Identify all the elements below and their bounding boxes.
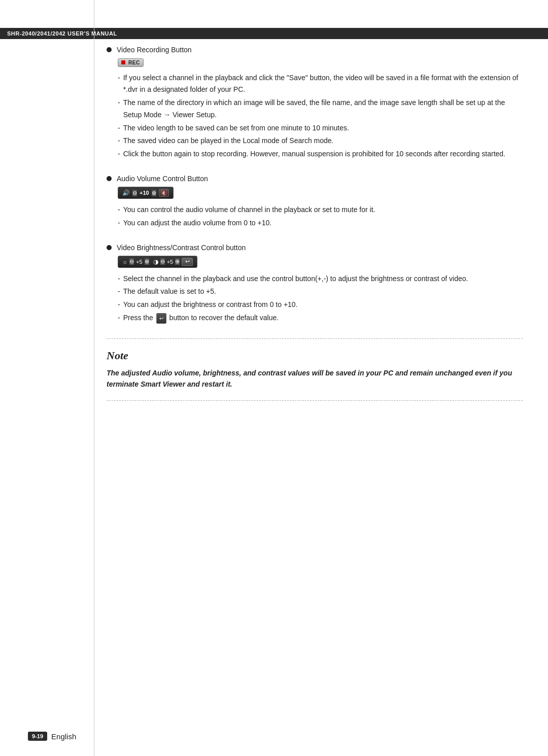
mute-icon: 🔇	[159, 189, 169, 197]
bright-item-2: The default value is set to +5.	[123, 286, 523, 298]
top-divider	[107, 338, 523, 339]
contrast-minus-icon: ⊖	[160, 258, 165, 265]
list-item: - Select the channel in the playback and…	[118, 273, 523, 285]
rec-dot-icon	[121, 60, 125, 64]
brightness-contrast-header: Video Brightness/Contrast Control button	[107, 244, 523, 252]
audio-item-1: You can control the audio volume of chan…	[123, 204, 523, 216]
audio-volume-list: - You can control the audio volume of ch…	[118, 204, 523, 229]
list-item: - You can adjust the audio volume from 0…	[118, 217, 523, 229]
page-wrapper: SHR-2040/2041/2042 USER'S MANUAL Video R…	[0, 0, 548, 756]
rec-button-image: REC	[118, 58, 144, 67]
minus-circle-icon: ⊖	[132, 190, 137, 196]
list-item: - The name of the directory in which an …	[118, 97, 523, 121]
bright-item-3: You can adjust the brightness or contras…	[123, 299, 523, 311]
bottom-divider	[107, 400, 523, 401]
list-item: - You can control the audio volume of ch…	[118, 204, 523, 216]
video-rec-item-1: If you select a channel in the playback …	[123, 72, 523, 96]
contrast-icon: ◑	[153, 258, 158, 265]
contrast-plus-icon: ⊕	[175, 258, 180, 265]
audio-volume-header: Audio Volume Control Button	[107, 175, 523, 183]
brightness-contrast-section: Video Brightness/Contrast Control button…	[107, 244, 523, 324]
audio-volume-title: Audio Volume Control Button	[117, 175, 208, 183]
bright-item-4: Press the ↩ button to recover the defaul…	[123, 312, 523, 324]
video-rec-item-3: The video length to be saved can be set …	[123, 122, 523, 134]
list-item: - Click the button again to stop recordi…	[118, 148, 523, 160]
list-item: - Press the ↩ button to recover the defa…	[118, 312, 523, 324]
inline-reset-button: ↩	[156, 313, 166, 324]
brightness-contrast-title: Video Brightness/Contrast Control button	[117, 244, 246, 252]
audio-item-2: You can adjust the audio volume from 0 t…	[123, 217, 523, 229]
sidebar-line	[94, 0, 94, 756]
brightness-sun-icon: ☼	[122, 259, 127, 265]
footer: 9-19 English	[28, 732, 76, 741]
video-rec-item-4: The saved video can be played in the Loc…	[123, 135, 523, 147]
main-content: Video Recording Button REC - If you sele…	[107, 46, 523, 715]
header-title: SHR-2040/2041/2042 USER'S MANUAL	[7, 30, 117, 37]
note-section: Note The adjusted Audio volume, brightne…	[107, 349, 523, 390]
plus-circle-icon: ⊕	[152, 190, 156, 196]
video-rec-item-5: Click the button again to stop recording…	[123, 148, 523, 160]
bullet-dot	[107, 245, 112, 250]
audio-value: +10	[140, 190, 149, 196]
list-item: - The default value is set to +5.	[118, 286, 523, 298]
brightness-contrast-list: - Select the channel in the playback and…	[118, 273, 523, 324]
video-recording-title: Video Recording Button	[117, 46, 192, 54]
note-text: The adjusted Audio volume, brightness, a…	[107, 367, 523, 390]
audio-button-image: 🔊 ⊖ +10 ⊕ 🔇	[118, 187, 174, 199]
bright-minus-icon: ⊖	[129, 258, 134, 265]
header-bar: SHR-2040/2041/2042 USER'S MANUAL	[0, 28, 548, 39]
footer-language: English	[51, 732, 76, 741]
audio-volume-section: Audio Volume Control Button 🔊 ⊖ +10 ⊕ 🔇 …	[107, 175, 523, 229]
bright-value: +5	[136, 259, 143, 265]
list-item: - The saved video can be played in the L…	[118, 135, 523, 147]
video-recording-list: - If you select a channel in the playbac…	[118, 72, 523, 161]
video-recording-section: Video Recording Button REC - If you sele…	[107, 46, 523, 160]
reset-icon: ↩	[182, 258, 193, 266]
page-badge: 9-19	[28, 732, 47, 741]
note-title: Note	[107, 349, 523, 362]
brightness-button-image: ☼ ⊖ +5 ⊕ ◑ ⊖ +5 ⊕ ↩	[118, 256, 197, 268]
list-item: - The video length to be saved can be se…	[118, 122, 523, 134]
video-recording-header: Video Recording Button	[107, 46, 523, 54]
bullet-dot	[107, 47, 112, 52]
list-item: - You can adjust the brightness or contr…	[118, 299, 523, 311]
bright-item-1: Select the channel in the playback and u…	[123, 273, 523, 285]
rec-label: REC	[128, 60, 140, 65]
speaker-icon: 🔊	[122, 189, 130, 196]
contrast-value: +5	[167, 259, 174, 265]
list-item: - If you select a channel in the playbac…	[118, 72, 523, 96]
bullet-dot	[107, 176, 112, 181]
bright-plus-icon: ⊕	[145, 258, 149, 265]
video-rec-item-2: The name of the directory in which an im…	[123, 97, 523, 121]
